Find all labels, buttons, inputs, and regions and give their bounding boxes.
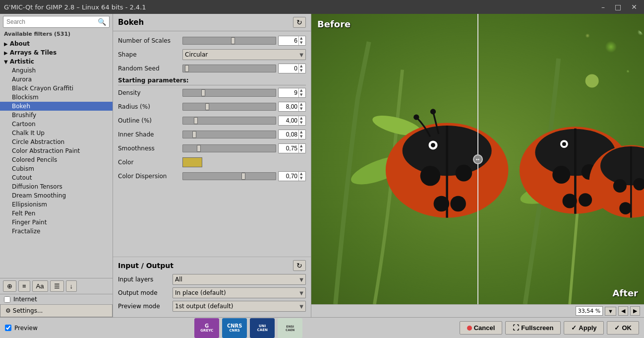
scales-input[interactable] xyxy=(279,37,298,44)
sidebar-item-finger_paint[interactable]: Finger Paint xyxy=(0,218,113,227)
outline-up[interactable]: ▲ xyxy=(299,116,303,121)
apply-button[interactable]: ✓ Apply xyxy=(564,321,604,335)
search-input[interactable] xyxy=(6,18,98,25)
add-filter-btn[interactable]: ⊕ xyxy=(3,280,16,292)
download-btn[interactable]: ↓ xyxy=(66,280,77,292)
seed-slider[interactable] xyxy=(182,65,276,72)
zoom-next-btn[interactable]: ▶ xyxy=(630,306,640,316)
sidebar-item-colored_pencils[interactable]: Colored Pencils xyxy=(0,155,113,164)
preview-mode-select[interactable]: 1st output (default) ▼ xyxy=(173,301,306,312)
dispersion-input[interactable] xyxy=(279,173,298,180)
sidebar-item-dream_smoothing[interactable]: Dream Smoothing xyxy=(0,191,113,200)
io-refresh-button[interactable]: ↻ xyxy=(293,260,306,271)
input-layers-select[interactable]: All ▼ xyxy=(173,274,306,285)
sidebar-item-about[interactable]: ▶About xyxy=(0,39,113,48)
innershade-spin[interactable]: ▲ ▼ xyxy=(298,130,303,139)
radius-spin[interactable]: ▲ ▼ xyxy=(298,102,303,111)
sidebar-item-artistic[interactable]: ▼Artistic xyxy=(0,57,113,66)
text-btn[interactable]: Aa xyxy=(32,280,48,292)
sidebar-item-cartoon[interactable]: Cartoon xyxy=(0,120,113,129)
radius-input[interactable] xyxy=(279,103,298,110)
density-input[interactable] xyxy=(279,89,298,96)
innershade-value[interactable]: ▲ ▼ xyxy=(278,130,306,139)
sidebar-item-anguish[interactable]: Anguish xyxy=(0,66,113,75)
refresh-button[interactable]: ↻ xyxy=(293,17,306,28)
sidebar-item-aurora[interactable]: Aurora xyxy=(0,75,113,84)
sidebar-item-brushify[interactable]: Brushify xyxy=(0,111,113,120)
sidebar-item-black_crayon[interactable]: Black Crayon Graffiti xyxy=(0,84,113,93)
sidebar-item-arrays[interactable]: ▶Arrays & Tiles xyxy=(0,48,113,57)
seed-down[interactable]: ▼ xyxy=(299,68,303,73)
shape-select[interactable]: Circular ▼ xyxy=(182,49,306,60)
sidebar-item-circle_abs[interactable]: Circle Abstraction xyxy=(0,137,113,146)
menu-btn[interactable]: ☰ xyxy=(50,280,64,292)
dispersion-spin[interactable]: ▲ ▼ xyxy=(298,172,303,181)
sidebar-item-cubism[interactable]: Cubism xyxy=(0,164,113,173)
density-down[interactable]: ▼ xyxy=(299,93,303,97)
sidebar-item-color_abs_paint[interactable]: Color Abstraction Paint xyxy=(0,146,113,155)
density-slider[interactable] xyxy=(182,89,276,97)
radius-slider[interactable] xyxy=(182,103,276,111)
minimize-btn[interactable]: – xyxy=(598,2,608,12)
outline-down[interactable]: ▼ xyxy=(299,121,303,125)
outline-spin[interactable]: ▲ ▼ xyxy=(298,116,303,125)
innershade-down[interactable]: ▼ xyxy=(299,135,303,139)
sidebar-item-diffusion_tensors[interactable]: Diffusion Tensors xyxy=(0,182,113,191)
ok-button[interactable]: ✓ OK xyxy=(607,321,639,335)
color-swatch[interactable] xyxy=(182,157,202,167)
close-btn[interactable]: ✕ xyxy=(628,2,640,12)
scales-down[interactable]: ▼ xyxy=(299,41,303,45)
search-bar[interactable]: 🔍 xyxy=(3,16,110,28)
preview-checkbox[interactable] xyxy=(5,325,11,331)
radius-up[interactable]: ▲ xyxy=(299,102,303,107)
zoom-dropdown-btn[interactable]: ▼ xyxy=(605,307,616,316)
smoothness-spin[interactable]: ▲ ▼ xyxy=(298,144,303,153)
innershade-input[interactable] xyxy=(279,131,298,138)
radius-down[interactable]: ▼ xyxy=(299,107,303,111)
innershade-up[interactable]: ▲ xyxy=(299,130,303,135)
scales-spin[interactable]: ▲ ▼ xyxy=(298,36,303,45)
list-btn[interactable]: ≡ xyxy=(18,280,30,292)
sidebar-item-ellipsionism[interactable]: Ellipsionism xyxy=(0,200,113,209)
preview-label: Preview xyxy=(14,325,38,332)
smoothness-up[interactable]: ▲ xyxy=(299,144,303,148)
seed-spin[interactable]: ▲ ▼ xyxy=(298,64,303,73)
smoothness-value[interactable]: ▲ ▼ xyxy=(278,143,306,153)
sidebar-item-blockism[interactable]: Blockism xyxy=(0,93,113,102)
radius-value[interactable]: ▲ ▼ xyxy=(278,102,306,112)
dispersion-up[interactable]: ▲ xyxy=(299,172,303,176)
cancel-button[interactable]: Cancel xyxy=(460,321,503,335)
smoothness-input[interactable] xyxy=(279,145,298,152)
seed-value[interactable]: ▲ ▼ xyxy=(278,64,306,73)
scales-value[interactable]: ▲ ▼ xyxy=(278,36,306,46)
dispersion-down[interactable]: ▼ xyxy=(299,176,303,181)
innershade-slider[interactable] xyxy=(182,131,276,138)
window-controls[interactable]: – □ ✕ xyxy=(598,2,640,12)
preview-handle[interactable]: ↔ xyxy=(473,154,483,164)
seed-input[interactable] xyxy=(279,65,298,72)
outline-input[interactable] xyxy=(279,117,298,124)
outline-value[interactable]: ▲ ▼ xyxy=(278,116,306,126)
dispersion-value[interactable]: ▲ ▼ xyxy=(278,171,306,181)
sidebar-item-bokeh[interactable]: Bokeh xyxy=(0,102,113,111)
sidebar-item-fractalize[interactable]: Fractalize xyxy=(0,227,113,236)
seed-up[interactable]: ▲ xyxy=(299,64,303,68)
outline-slider[interactable] xyxy=(182,117,276,125)
zoom-prev-btn[interactable]: ◀ xyxy=(618,306,628,316)
restore-btn[interactable]: □ xyxy=(612,2,624,12)
smoothness-slider[interactable] xyxy=(182,144,276,152)
density-spin[interactable]: ▲ ▼ xyxy=(298,88,303,97)
density-up[interactable]: ▲ xyxy=(299,88,303,93)
scales-up[interactable]: ▲ xyxy=(299,36,303,41)
density-value[interactable]: ▲ ▼ xyxy=(278,88,306,98)
scales-slider[interactable] xyxy=(182,37,276,45)
sidebar-item-cutout[interactable]: Cutout xyxy=(0,173,113,182)
fullscreen-button[interactable]: ⛶ Fullscreen xyxy=(505,321,561,335)
sidebar-item-chalk[interactable]: Chalk It Up xyxy=(0,129,113,137)
dispersion-slider[interactable] xyxy=(182,172,276,180)
sidebar-item-felt_pen[interactable]: Felt Pen xyxy=(0,209,113,218)
output-mode-select[interactable]: In place (default) ▼ xyxy=(173,287,306,298)
smoothness-down[interactable]: ▼ xyxy=(299,148,303,153)
internet-checkbox[interactable] xyxy=(4,296,10,303)
settings-button[interactable]: ⚙ Settings... xyxy=(0,304,113,317)
